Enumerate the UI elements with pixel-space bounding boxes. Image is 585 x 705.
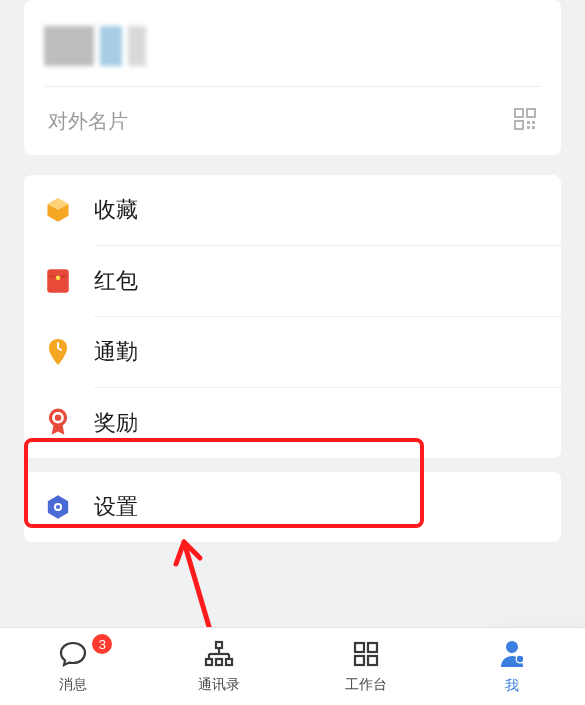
commute-icon — [44, 338, 72, 366]
svg-rect-25 — [368, 656, 377, 665]
tab-label: 通讯录 — [198, 676, 240, 694]
menu-item-award[interactable]: 奖励 — [44, 388, 561, 458]
svg-rect-5 — [527, 126, 530, 129]
svg-rect-3 — [527, 121, 530, 124]
avatar-blur — [44, 26, 94, 66]
workbench-icon — [352, 640, 380, 672]
svg-rect-23 — [368, 643, 377, 652]
svg-rect-22 — [355, 643, 364, 652]
menu-item-redpacket[interactable]: 红包 — [44, 246, 561, 316]
menu-label: 收藏 — [94, 195, 138, 225]
tabbar: 3 消息 通讯录 工作台 我 — [0, 627, 585, 705]
avatar-blur — [128, 26, 146, 66]
tab-me[interactable]: 我 — [439, 628, 585, 705]
gear-icon — [44, 493, 72, 521]
svg-rect-7 — [47, 269, 69, 293]
svg-rect-6 — [532, 126, 535, 129]
svg-point-13 — [56, 505, 60, 509]
tab-contacts[interactable]: 通讯录 — [146, 628, 292, 705]
menu-label: 奖励 — [94, 408, 138, 438]
contacts-icon — [204, 640, 234, 672]
tab-label: 消息 — [59, 676, 87, 694]
menu-item-commute[interactable]: 通勤 — [44, 317, 561, 387]
qr-code-icon — [513, 107, 537, 135]
profile-avatar-area[interactable] — [44, 20, 541, 86]
svg-rect-20 — [216, 659, 222, 665]
external-card-row[interactable]: 对外名片 — [44, 87, 541, 155]
award-icon — [44, 409, 72, 437]
svg-rect-2 — [515, 121, 523, 129]
svg-point-8 — [56, 275, 61, 280]
svg-point-28 — [517, 655, 523, 661]
svg-rect-21 — [226, 659, 232, 665]
svg-rect-4 — [532, 121, 535, 124]
tab-label: 我 — [505, 677, 519, 695]
menu-list: 收藏 红包 通勤 奖励 — [24, 175, 561, 458]
menu-label: 设置 — [94, 492, 138, 522]
tab-workbench[interactable]: 工作台 — [293, 628, 439, 705]
menu-item-favorites[interactable]: 收藏 — [44, 175, 561, 245]
svg-rect-19 — [206, 659, 212, 665]
chat-icon — [58, 640, 88, 672]
box-icon — [44, 196, 72, 224]
settings-card: 设置 — [24, 472, 561, 542]
tab-label: 工作台 — [345, 676, 387, 694]
red-packet-icon — [44, 267, 72, 295]
svg-point-26 — [506, 641, 518, 653]
menu-label: 通勤 — [94, 337, 138, 367]
avatar-blur — [100, 26, 122, 66]
svg-rect-0 — [515, 109, 523, 117]
menu-item-settings[interactable]: 设置 — [44, 472, 561, 542]
profile-card: 对外名片 — [24, 0, 561, 155]
tab-messages[interactable]: 3 消息 — [0, 628, 146, 705]
profile-icon — [499, 639, 525, 673]
svg-rect-24 — [355, 656, 364, 665]
menu-label: 红包 — [94, 266, 138, 296]
external-card-label: 对外名片 — [48, 108, 128, 135]
svg-point-10 — [55, 414, 61, 420]
svg-rect-14 — [216, 642, 222, 648]
badge: 3 — [92, 634, 112, 654]
svg-rect-1 — [527, 109, 535, 117]
